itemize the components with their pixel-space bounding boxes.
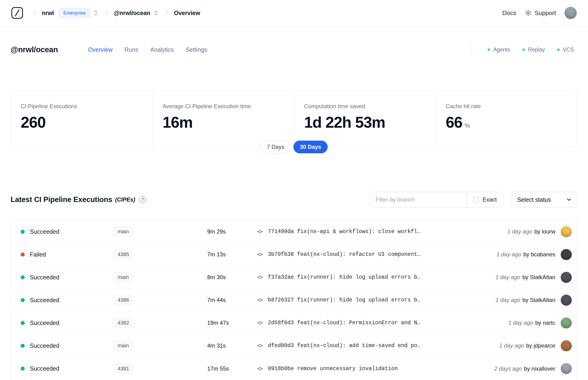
cipe-timestamp: 2 days ago xyxy=(494,365,522,372)
branch-badge[interactable]: 4382 xyxy=(113,318,133,327)
author-avatar xyxy=(561,363,572,374)
cipe-timestamp: 1 day ago xyxy=(495,274,520,281)
cipe-timestamp: 1 day ago xyxy=(496,251,521,258)
workspace-switcher-button[interactable] xyxy=(152,8,160,18)
help-icon[interactable]: ? xyxy=(139,196,146,203)
tab-settings[interactable]: Settings xyxy=(186,46,207,53)
cipe-duration: 7m 13s xyxy=(207,251,257,258)
cipe-row[interactable]: Succeeded 4386 7m 44s b8726327 fix(runne… xyxy=(11,289,577,312)
range-30-days-button[interactable]: 30 Days xyxy=(293,141,328,153)
workspace-header: @nrwl/ocean Overview Runs Analytics Sett… xyxy=(0,26,588,55)
workspace-title: @nrwl/ocean xyxy=(11,45,58,54)
cipe-filter-controls: Exact Select status xyxy=(370,192,577,208)
cipe-status: Succeeded xyxy=(30,365,113,372)
breadcrumb-org[interactable]: nrwl xyxy=(42,10,54,17)
commit-message[interactable]: 0918b0be remove unnecessary invalidation xyxy=(268,366,490,372)
commit-message[interactable]: 771499da fix(nx-api & workflows): close … xyxy=(268,228,503,235)
git-commit-icon xyxy=(257,342,263,349)
indicator-label: Replay xyxy=(528,47,545,53)
cipe-duration: 19m 47s xyxy=(207,320,257,326)
org-switcher-button[interactable] xyxy=(92,8,99,18)
git-commit-icon xyxy=(257,366,263,372)
metric-value: 16m xyxy=(163,113,289,131)
metric-label: CI Pipeline Executions xyxy=(21,103,148,110)
cipe-timestamp: 1 day ago xyxy=(507,228,532,235)
vertical-divider xyxy=(471,44,472,55)
branch-badge[interactable]: 4386 xyxy=(113,295,133,305)
branch-badge[interactable]: 4381 xyxy=(113,364,133,373)
cipe-duration: 9m 29s xyxy=(207,228,257,235)
cipe-meta: 2 days ago by nixallover xyxy=(494,363,577,374)
docs-link[interactable]: Docs xyxy=(502,9,516,17)
cipe-status: Succeeded xyxy=(30,342,113,349)
status-dot xyxy=(21,321,25,325)
indicator-replay[interactable]: Replay xyxy=(522,47,545,53)
cipe-row[interactable]: Failed 4385 7m 13s 3b79fb38 feat(nx-clou… xyxy=(11,243,577,266)
cipe-duration: 8m 30s xyxy=(207,274,257,281)
status-dot xyxy=(21,367,25,371)
branch-badge[interactable]: main xyxy=(113,341,133,350)
exact-checkbox[interactable] xyxy=(473,197,479,203)
user-avatar[interactable] xyxy=(565,7,577,19)
commit-message[interactable]: f37a32ae fix(runner): hide log upload er… xyxy=(268,274,491,280)
metric-cache-hit-rate: Cache hit rate 66 % xyxy=(436,91,577,147)
cipe-row[interactable]: Succeeded main 8m 30s f37a32ae fix(runne… xyxy=(11,266,577,289)
cipe-duration: 17m 55s xyxy=(207,365,257,372)
tab-analytics[interactable]: Analytics xyxy=(150,46,174,53)
status-dot xyxy=(21,252,25,257)
support-link[interactable]: Support xyxy=(525,9,556,17)
status-dot xyxy=(21,344,25,348)
author-avatar xyxy=(561,340,572,351)
cipe-meta: 1 day ago by lourw xyxy=(507,226,577,237)
cipe-duration: 7m 44s xyxy=(207,297,257,303)
cipe-row[interactable]: Succeeded 4382 19m 47s 2d58f6d3 feat(nx-… xyxy=(11,312,577,334)
cipe-timestamp: 1 day ago xyxy=(499,342,524,349)
branch-badge[interactable]: main xyxy=(113,227,133,236)
cipe-author: by lourw xyxy=(534,228,555,235)
metric-value: 260 xyxy=(21,113,148,131)
branch-badge[interactable]: main xyxy=(113,272,133,282)
commit-message[interactable]: 2d58f6d3 feat(nx-cloud): PermissionError… xyxy=(268,320,504,326)
breadcrumb-workspace[interactable]: @nrwl/ocean xyxy=(114,10,150,17)
commit-message[interactable]: 3b79fb38 feat(nx-cloud): refactor UI com… xyxy=(268,251,492,258)
cipe-row[interactable]: Succeeded main 4m 31s dfed80d3 feat(nx-c… xyxy=(11,334,577,357)
tab-overview[interactable]: Overview xyxy=(88,46,113,53)
indicator-vcs[interactable]: VCS xyxy=(557,47,574,53)
breadcrumb-separator: / xyxy=(166,9,168,18)
range-7-days-button[interactable]: 7 Days xyxy=(260,141,291,153)
cipe-author: by nixallover xyxy=(524,365,555,372)
cipe-status: Succeeded xyxy=(30,320,113,326)
author-avatar xyxy=(561,318,572,328)
exact-checkbox-label: Exact xyxy=(483,196,497,203)
chevron-up-down-icon xyxy=(93,9,98,17)
git-commit-icon xyxy=(257,297,263,303)
branch-badge[interactable]: 4385 xyxy=(113,250,133,259)
select-status-dropdown[interactable]: Select status xyxy=(511,192,577,208)
metric-value: 66 % xyxy=(446,113,572,131)
tab-runs[interactable]: Runs xyxy=(124,46,138,53)
commit-message[interactable]: b8726327 fix(runner): hide log upload er… xyxy=(268,297,491,303)
chevron-up-down-icon xyxy=(153,9,159,17)
cipe-meta: 1 day ago by StalkAltan xyxy=(495,272,577,283)
cipe-author: by bcabanes xyxy=(523,251,555,258)
green-dot-icon xyxy=(488,48,490,51)
green-dot-icon xyxy=(522,48,525,51)
cipe-status: Succeeded xyxy=(30,297,113,304)
indicator-agents[interactable]: Agents xyxy=(488,47,510,53)
metric-unit: % xyxy=(465,122,470,129)
commit-message[interactable]: dfed80d3 feat(nx-cloud): add time-saved … xyxy=(268,342,495,349)
cipe-author: by StalkAltan xyxy=(522,274,555,281)
breadcrumb-page: Overview xyxy=(174,10,200,17)
cipe-duration: 4m 31s xyxy=(207,342,257,349)
cipe-row[interactable]: Succeeded 4381 17m 55s 0918b0be remove u… xyxy=(11,357,577,380)
cipe-meta: 1 day ago by nartc xyxy=(508,318,577,328)
cipe-section-title: Latest CI Pipeline Executions xyxy=(11,195,112,204)
select-status-label: Select status xyxy=(517,196,551,203)
support-label: Support xyxy=(535,9,556,17)
nx-cloud-logo[interactable] xyxy=(11,6,24,19)
cipe-timestamp: 1 day ago xyxy=(495,297,520,303)
workspace-tabs: Overview Runs Analytics Settings xyxy=(88,46,207,53)
breadcrumb-separator: / xyxy=(34,9,36,18)
branch-filter-input[interactable] xyxy=(370,192,467,207)
cipe-row[interactable]: Succeeded main 9m 29s 771499da fix(nx-ap… xyxy=(11,220,577,243)
